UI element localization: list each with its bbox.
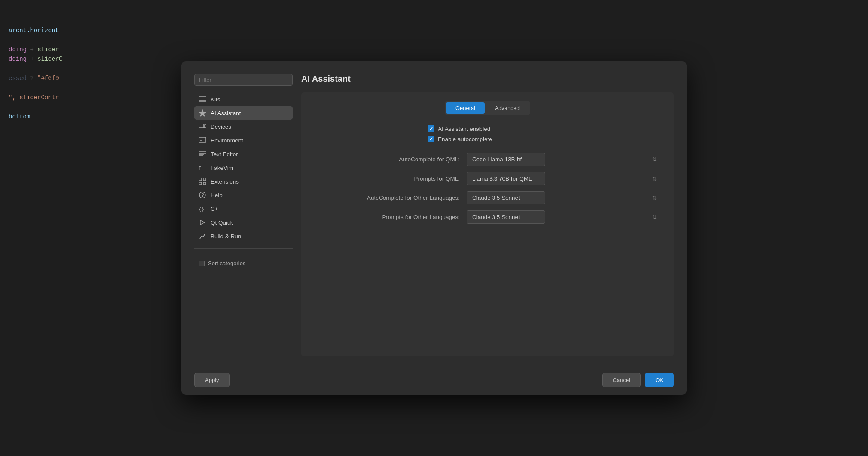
check-icon-autocomplete [428, 136, 434, 142]
sidebar-divider [194, 248, 293, 249]
label-prompts-other: Prompts for Other Languages: [314, 214, 460, 220]
select-autocomplete-qml[interactable]: Code Llama 13B-hfLlama 3.3 70B for QMLCl… [467, 153, 545, 166]
checkbox-ai-enabled-label: AI Assistant enabled [438, 126, 490, 132]
dialog-footer: Apply Cancel OK [181, 365, 687, 395]
footer-left: Apply [194, 373, 230, 387]
tab-group: General Advanced [445, 101, 530, 115]
tab-advanced[interactable]: Advanced [485, 102, 529, 114]
sort-categories-label: Sort categories [208, 260, 245, 266]
ok-button[interactable]: OK [645, 373, 674, 387]
sidebar-label-devices: Devices [211, 124, 231, 130]
sidebar-label-qt-quick: Qt Quick [211, 219, 233, 226]
svg-text:?: ? [202, 192, 204, 198]
main-content: AI Assistant General Advanced AI Ass [301, 74, 674, 356]
sidebar-label-ai-assistant: AI Assistant [211, 110, 241, 116]
checkbox-autocomplete-label: Enable autocomplete [438, 136, 492, 142]
build-run-icon [199, 232, 206, 240]
svg-line-23 [200, 236, 202, 239]
check-icon-ai-enabled [428, 125, 434, 132]
sidebar-label-fakevim: FakeVim [211, 165, 233, 171]
cancel-button[interactable]: Cancel [602, 373, 641, 387]
page-title: AI Assistant [301, 74, 674, 84]
sort-categories-row[interactable]: Sort categories [194, 257, 293, 269]
sidebar-label-cpp: C++ [211, 206, 222, 212]
sidebar-label-text-editor: Text Editor [211, 151, 238, 157]
sidebar-item-text-editor[interactable]: Text Editor [194, 147, 293, 161]
select-autocomplete-other[interactable]: Code Llama 13B-hfLlama 3.3 70B for QMLCl… [467, 191, 545, 204]
select-wrapper-autocomplete-other: Code Llama 13B-hfLlama 3.3 70B for QMLCl… [467, 191, 661, 204]
sidebar-item-help[interactable]: ?Help [194, 188, 293, 202]
svg-rect-16 [203, 178, 206, 181]
sidebar-item-fakevim[interactable]: FFakeVim [194, 161, 293, 175]
select-wrapper-prompts-other: Code Llama 13B-hfLlama 3.3 70B for QMLCl… [467, 210, 661, 224]
label-prompts-qml: Prompts for QML: [314, 175, 460, 182]
select-wrapper-autocomplete-qml: Code Llama 13B-hfLlama 3.3 70B for QMLCl… [467, 153, 661, 166]
label-autocomplete-other: AutoComplete for Other Languages: [314, 195, 460, 201]
form-row-prompts-other: Prompts for Other Languages:Code Llama 1… [314, 210, 661, 224]
svg-marker-22 [200, 220, 205, 225]
svg-rect-5 [199, 124, 204, 128]
sidebar-item-build-run[interactable]: Build & Run [194, 229, 293, 243]
text-editor-icon [199, 150, 206, 158]
kits-icon [199, 95, 206, 103]
svg-text:F: F [199, 166, 202, 171]
sidebar-label-build-run: Build & Run [211, 233, 241, 240]
select-wrapper-prompts-qml: Code Llama 13B-hfLlama 3.3 70B for QMLCl… [467, 172, 661, 185]
svg-text:{}: {} [199, 207, 204, 212]
ai-assistant-icon [199, 109, 206, 117]
fakevim-icon: F [199, 164, 206, 172]
qt-quick-icon [199, 219, 206, 226]
filter-input[interactable] [194, 74, 293, 86]
tab-general[interactable]: General [446, 102, 485, 114]
sidebar-label-environment: Environment [211, 137, 243, 144]
form-row-autocomplete-qml: AutoComplete for QML:Code Llama 13B-hfLl… [314, 153, 661, 166]
select-prompts-other[interactable]: Code Llama 13B-hfLlama 3.3 70B for QMLCl… [467, 210, 545, 224]
sidebar-item-extensions[interactable]: Extensions [194, 175, 293, 188]
settings-form: AI Assistant enabled Enable autocomplete… [314, 125, 661, 230]
form-row-autocomplete-other: AutoComplete for Other Languages:Code Ll… [314, 191, 661, 204]
devices-icon [199, 123, 206, 130]
svg-rect-17 [199, 182, 202, 185]
sidebar-label-help: Help [211, 192, 223, 198]
environment-icon [199, 136, 206, 144]
checkbox-row-1: AI Assistant enabled [314, 125, 661, 132]
footer-right: Cancel OK [602, 373, 674, 387]
extensions-icon [199, 178, 206, 185]
content-panel: General Advanced AI Assistant enabled [301, 92, 674, 356]
svg-rect-18 [203, 182, 206, 185]
dialog: KitsAI AssistantDevicesEnvironmentText E… [181, 61, 687, 395]
checkbox-autocomplete[interactable]: Enable autocomplete [428, 136, 547, 142]
svg-line-25 [203, 234, 205, 237]
sort-categories-checkbox[interactable] [199, 261, 205, 266]
sidebar-label-extensions: Extensions [211, 178, 239, 185]
label-autocomplete-qml: AutoComplete for QML: [314, 156, 460, 163]
svg-marker-4 [199, 110, 206, 116]
select-prompts-qml[interactable]: Code Llama 13B-hfLlama 3.3 70B for QMLCl… [467, 172, 545, 185]
sidebar-item-qt-quick[interactable]: Qt Quick [194, 216, 293, 229]
checkbox-row-2: Enable autocomplete [314, 136, 661, 142]
sidebar-item-cpp[interactable]: {}C++ [194, 202, 293, 216]
svg-rect-6 [204, 125, 206, 128]
sidebar-item-kits[interactable]: Kits [194, 92, 293, 106]
svg-rect-7 [199, 137, 206, 142]
cpp-icon: {} [199, 205, 206, 213]
svg-rect-0 [199, 96, 206, 101]
sidebar-item-environment[interactable]: Environment [194, 133, 293, 147]
sidebar-label-kits: Kits [211, 96, 220, 103]
svg-rect-15 [199, 178, 202, 181]
svg-line-24 [202, 236, 203, 237]
sidebar-item-ai-assistant[interactable]: AI Assistant [194, 106, 293, 120]
apply-button[interactable]: Apply [194, 373, 230, 387]
tabs-row: General Advanced [314, 101, 661, 115]
help-icon: ? [199, 191, 206, 199]
checkbox-ai-enabled[interactable]: AI Assistant enabled [428, 125, 547, 132]
sidebar: KitsAI AssistantDevicesEnvironmentText E… [194, 74, 293, 356]
sidebar-item-devices[interactable]: Devices [194, 120, 293, 133]
form-row-prompts-qml: Prompts for QML:Code Llama 13B-hfLlama 3… [314, 172, 661, 185]
